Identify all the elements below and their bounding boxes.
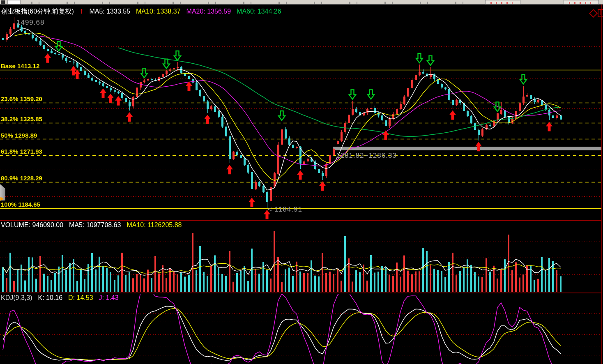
ma5-value-label: MA5: 1333.55 xyxy=(89,8,130,15)
volume-ma10-label: MA10: 1126205.88 xyxy=(127,221,182,228)
ma60-value-label: MA60: 1344.26 xyxy=(237,8,281,15)
volume-ma5-label: MA5: 1097708.63 xyxy=(69,221,121,228)
fib-base-label: Base 1413.12 xyxy=(1,62,39,69)
fib-382-label: 38.2% 1325.85 xyxy=(1,115,42,122)
chart-title: 创业板指(60分钟.前复权) xyxy=(1,8,74,15)
kdj-d-label: D: 14.53 xyxy=(68,294,93,301)
lowest-price-label: < 1184.91 xyxy=(268,205,302,214)
fib-50-label: 50% 1298.89 xyxy=(1,132,37,139)
fib-236-label: 23.6% 1359.20 xyxy=(1,95,42,102)
volume-header: VOLUME: 946090.00MA5: 1097708.63MA10: 11… xyxy=(1,221,187,229)
signal-up-arrow-icon: ↑ xyxy=(80,7,84,15)
kdj-j-label: J: 1.43 xyxy=(99,294,119,301)
ma10-value-label: MA10: 1338.37 xyxy=(136,8,181,15)
menubar[interactable] xyxy=(0,0,603,5)
panel-split-icon[interactable] xyxy=(598,9,603,17)
kdj-params-label: KDJ(9,3,3) xyxy=(1,294,32,301)
panel-split-icon-divider xyxy=(600,10,601,15)
main-chart-header: 创业板指(60分钟.前复权)↑MA5: 1333.55MA10: 1338.37… xyxy=(1,7,287,16)
sidebar-handle-arrow-icon xyxy=(0,197,4,201)
gap-range-label: 1281.82~1286.33 xyxy=(336,152,397,160)
menubar-button-left[interactable] xyxy=(485,0,520,5)
menubar-input-stub[interactable] xyxy=(7,0,21,5)
fib-809-label: 80.9% 1228.29 xyxy=(1,175,42,182)
trading-app-window: 创业板指(60分钟.前复权)↑MA5: 1333.55MA10: 1338.37… xyxy=(0,0,603,364)
kdj-k-label: K: 10.16 xyxy=(38,294,62,301)
menubar-button-right[interactable] xyxy=(564,0,599,5)
volume-value-label: VOLUME: 946090.00 xyxy=(1,221,63,228)
kdj-header: KDJ(9,3,3)K: 10.16D: 14.53J: 1.43 xyxy=(1,294,124,302)
market-chart-canvas[interactable] xyxy=(0,0,603,364)
highest-price-label: 1499.68 xyxy=(16,18,44,27)
fib-100-label: 100% 1184.65 xyxy=(1,201,40,208)
ma20-value-label: MA20: 1356.59 xyxy=(186,8,231,15)
menubar-app-icon xyxy=(1,0,5,4)
menubar-items-truncated xyxy=(25,2,468,4)
fib-618-label: 61.8% 1271.93 xyxy=(1,148,42,155)
